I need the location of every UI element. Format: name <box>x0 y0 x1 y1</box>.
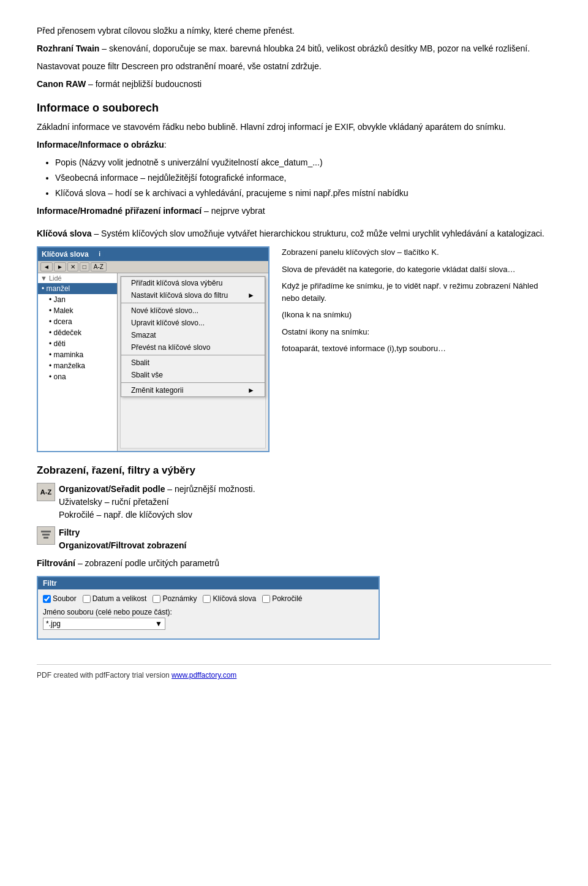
filter-cb-datum-input[interactable] <box>83 595 91 603</box>
menu-prevest[interactable]: Převést na klíčové slovo <box>121 341 265 354</box>
keyword-tree: ▼ Lidé • manžel • Jan • Malek • dcera • … <box>38 273 118 451</box>
tb-forward[interactable]: ► <box>54 262 66 271</box>
menu-arrow2: ► <box>247 386 255 395</box>
keywords-screenshot: Klíčová slova i ◄ ► ✕ □ A-Z ▼ Lidé • man… <box>37 246 270 452</box>
filter-cb-pokrocile-input[interactable] <box>262 595 270 603</box>
screenshot-title: Klíčová slova <box>42 250 89 259</box>
tree-item-deti[interactable]: • děti <box>38 338 117 349</box>
filter-titlebar: Filtr <box>38 577 379 589</box>
filter-screenshot: Filtr Soubor Datum a velikost Poznámky K… <box>37 576 380 640</box>
keywords-heading-bold: Klíčová slova <box>37 229 92 238</box>
intro-twain-rest: – skenování, doporučuje se max. barevná … <box>99 44 530 53</box>
tree-item-manzel[interactable]: • manžel <box>38 283 117 294</box>
tree-item-jan[interactable]: • Jan <box>38 294 117 305</box>
hromadne-rest: – nejprve vybrat <box>202 206 265 216</box>
tb-close[interactable]: ✕ <box>67 262 78 271</box>
context-menu-panel: Přiřadit klíčová slova výběru Nastavit k… <box>120 276 266 449</box>
intro-canon-bold: Canon RAW <box>37 79 86 89</box>
section-files-bullets: Popis (Názvy volit jednotně s univerzáln… <box>55 156 551 200</box>
menu-nastavit[interactable]: Nastavit klíčová slova do filtru ► <box>121 289 265 301</box>
context-menu: Přiřadit klíčová slova výběru Nastavit k… <box>121 276 265 397</box>
footer-text: PDF created with pdfFactory trial versio… <box>37 671 172 680</box>
bullet-item-2: Klíčová slova – hodí se k archivaci a vy… <box>55 187 551 200</box>
az-icon: A-Z <box>37 483 55 501</box>
filter-input-box[interactable]: *.jpg ▼ <box>43 618 165 630</box>
filter-cb-pokrocile[interactable]: Pokročilé <box>262 594 302 603</box>
tb-back[interactable]: ◄ <box>40 262 53 271</box>
keywords-two-col: Klíčová slova i ◄ ► ✕ □ A-Z ▼ Lidé • man… <box>37 246 551 452</box>
tree-item-malek[interactable]: • Malek <box>38 305 117 316</box>
section-files-subheading-rest: : <box>164 140 167 150</box>
svg-rect-1 <box>42 534 50 536</box>
menu-arrow: ► <box>247 291 255 300</box>
tree-item-manzelka[interactable]: • manželka <box>38 360 117 371</box>
display-icon-row1: A-Z Organizovat/Seřadit podle – nejrůzně… <box>37 483 551 521</box>
display-text4-bold: Filtry <box>59 528 80 537</box>
tree-item-dedecek[interactable]: • dědeček <box>38 327 117 338</box>
intro-canon-rest: – formát nejbližší budoucnosti <box>86 79 202 89</box>
svg-rect-0 <box>41 531 51 532</box>
display-text5-bold: Organizovat/Filtrovat zobrazení <box>59 540 186 550</box>
section-files-text1: Základní informace ve stavovém řádku neb… <box>37 121 551 134</box>
svg-rect-2 <box>43 537 48 539</box>
filter-cb-poznamky[interactable]: Poznámky <box>153 594 197 603</box>
tree-item-ona[interactable]: • ona <box>38 371 117 382</box>
display-text3: Pokročilé – např. dle klíčových slov <box>59 510 192 520</box>
right-text-3: (Ikona k na snímku) <box>282 309 551 321</box>
tree-item-maminka[interactable]: • maminka <box>38 349 117 360</box>
intro-canon: Canon RAW – formát nejbližší budoucnosti <box>37 78 551 91</box>
section-files-hromadne: Informace/Hromadné přiřazení informací –… <box>37 205 551 218</box>
filter-cb-datum[interactable]: Datum a velikost <box>83 594 147 603</box>
screenshot-titlebar: Klíčová slova i <box>38 248 268 261</box>
menu-sbalit-vse[interactable]: Sbalit vše <box>121 369 265 381</box>
menu-zmenit[interactable]: Změnit kategorii ► <box>121 384 265 396</box>
intro-line1: Před přenosem vybrat cílovou složku a ní… <box>37 25 551 37</box>
filtrovani-rest: – zobrazení podle určitých parametrů <box>75 558 219 568</box>
menu-upravit[interactable]: Upravit klíčové slovo... <box>121 317 265 329</box>
tree-item-dcera[interactable]: • dcera <box>38 316 117 327</box>
section-keywords-intro: Klíčová slova – Systém klíčových slov um… <box>37 227 551 240</box>
filter-cb-soubor[interactable]: Soubor <box>43 594 77 603</box>
menu-sep2 <box>121 355 265 355</box>
section-files-subheading-bold: Informace/Informace o obrázku <box>37 140 164 150</box>
info-icon: i <box>95 249 105 259</box>
filter-cb-poznamky-input[interactable] <box>153 595 160 603</box>
menu-smazat[interactable]: Smazat <box>121 329 265 341</box>
hromadne-bold: Informace/Hromadné přiřazení informací <box>37 206 202 216</box>
screenshot-body: ▼ Lidé • manžel • Jan • Malek • dcera • … <box>38 273 268 451</box>
right-text-5: fotoaparát, textové informace (i),typ so… <box>282 343 551 355</box>
filter-body: Soubor Datum a velikost Poznámky Klíčová… <box>38 589 379 638</box>
display-filtrovani: Filtrování – zobrazení podle určitých pa… <box>37 557 551 570</box>
right-text-4: Ostatní ikony na snímku: <box>282 326 551 338</box>
display-text2: Uživatelsky – ruční přetažení <box>59 497 169 507</box>
keywords-heading-rest: – Systém klíčových slov umožňuje vytváře… <box>92 229 545 238</box>
display-text1-bold: Organizovat/Seřadit podle <box>59 484 165 494</box>
filter-checkboxes: Soubor Datum a velikost Poznámky Klíčová… <box>43 594 374 603</box>
filter-dropdown-arrow[interactable]: ▼ <box>155 619 162 628</box>
filter-icon <box>37 526 55 545</box>
menu-nove[interactable]: Nové klíčové slovo... <box>121 305 265 317</box>
right-text-2: Když je přiřadíme ke snímku, je to vidět… <box>282 280 551 304</box>
intro-line2: Rozhraní Twain – skenování, doporučuje s… <box>37 42 551 55</box>
display-icon-row2: Filtry Organizovat/Filtrovat zobrazení <box>37 526 551 552</box>
right-text-1: Slova de převádět na kategorie, do kateg… <box>282 263 551 276</box>
intro-line3: Nastavovat pouze filtr Descreen pro odst… <box>37 60 551 73</box>
section-files-heading: Informace o souborech <box>37 102 551 115</box>
footer-link[interactable]: www.pdffactory.com <box>172 671 236 680</box>
tb-square[interactable]: □ <box>80 262 89 271</box>
filter-input-value: *.jpg <box>46 619 61 628</box>
menu-priradit[interactable]: Přiřadit klíčová slova výběru <box>121 277 265 289</box>
screenshot-toolbar: ◄ ► ✕ □ A-Z <box>38 261 268 273</box>
filter-cb-klicova[interactable]: Klíčová slova <box>203 594 256 603</box>
filtrovani-bold: Filtrování <box>37 558 75 568</box>
filter-input-row: Jméno souboru (celé nebo pouze část): *.… <box>43 608 374 630</box>
filter-cb-klicova-input[interactable] <box>203 595 211 603</box>
display-text1: Organizovat/Seřadit podle – nejrůznější … <box>59 483 551 521</box>
keywords-right-text: Zobrazení panelu klíčových slov – tlačít… <box>282 246 551 452</box>
section-files-subheading: Informace/Informace o obrázku: <box>37 138 551 151</box>
filter-cb-soubor-input[interactable] <box>43 595 51 603</box>
tb-az[interactable]: A-Z <box>91 262 107 271</box>
footer: PDF created with pdfFactory trial versio… <box>37 664 551 680</box>
menu-sbalit[interactable]: Sbalit <box>121 357 265 369</box>
tree-category-people[interactable]: ▼ Lidé <box>38 273 117 283</box>
